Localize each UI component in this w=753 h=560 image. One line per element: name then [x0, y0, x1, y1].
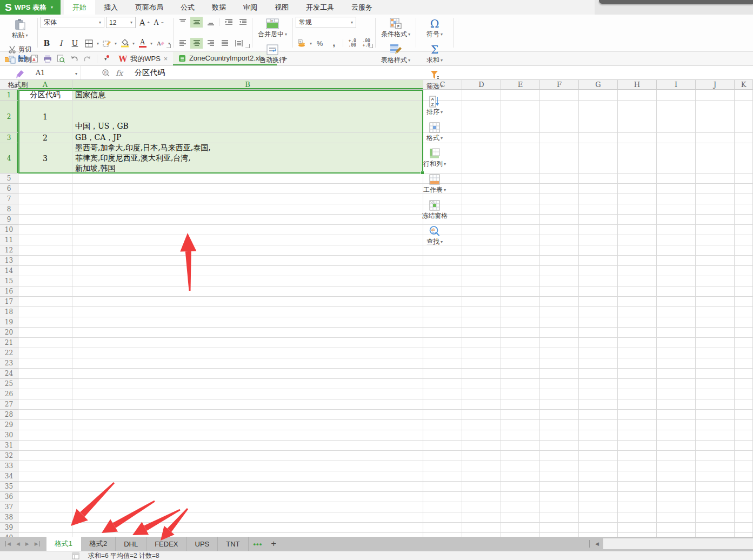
cell-I2[interactable]	[657, 101, 696, 133]
cell-K9[interactable]	[735, 215, 753, 225]
row-header-21[interactable]: 21	[0, 338, 18, 348]
cell-J31[interactable]	[696, 441, 735, 451]
cell-E9[interactable]	[501, 215, 540, 225]
cell-F3[interactable]	[540, 133, 579, 143]
cell-A31[interactable]	[18, 441, 72, 451]
cell-H6[interactable]	[618, 184, 657, 194]
decrease-indent-button[interactable]	[223, 17, 235, 28]
cell-H11[interactable]	[618, 235, 657, 245]
cell-D1[interactable]	[462, 90, 501, 101]
cell-H21[interactable]	[618, 338, 657, 348]
cell-D23[interactable]	[462, 358, 501, 369]
cell-D13[interactable]	[462, 256, 501, 266]
cell-J14[interactable]	[696, 266, 735, 276]
row-header-17[interactable]: 17	[0, 297, 18, 307]
cell-G36[interactable]	[579, 492, 618, 502]
cell-F37[interactable]	[540, 502, 579, 512]
row-header-22[interactable]: 22	[0, 348, 18, 358]
cell-A40[interactable]	[18, 533, 72, 537]
cell-E8[interactable]	[501, 204, 540, 215]
cell-I25[interactable]	[657, 379, 696, 389]
cell-H37[interactable]	[618, 502, 657, 512]
cell-G15[interactable]	[579, 276, 618, 286]
cell-D19[interactable]	[462, 317, 501, 328]
cell-B40[interactable]	[72, 533, 423, 537]
row-header-2[interactable]: 2	[0, 101, 18, 133]
cell-C34[interactable]	[423, 471, 462, 482]
row-header-13[interactable]: 13	[0, 256, 18, 266]
column-header-I[interactable]: I	[657, 80, 696, 90]
scroll-left-icon[interactable]: ◀	[595, 541, 599, 546]
cell-D5[interactable]	[462, 174, 501, 184]
row-header-12[interactable]: 12	[0, 245, 18, 256]
cell-C37[interactable]	[423, 502, 462, 512]
cell-E28[interactable]	[501, 410, 540, 420]
worksheet-button[interactable]: 工作表▾	[419, 172, 450, 196]
cell-C40[interactable]	[423, 533, 462, 537]
cell-J40[interactable]	[696, 533, 735, 537]
chevron-down-icon[interactable]: ▾	[97, 41, 99, 46]
cell-H3[interactable]	[618, 133, 657, 143]
cell-D31[interactable]	[462, 441, 501, 451]
print-preview-icon[interactable]	[57, 55, 65, 63]
cell-B9[interactable]	[72, 215, 423, 225]
cell-A34[interactable]	[18, 471, 72, 482]
symbol-button[interactable]: Ω 符号▾	[419, 17, 450, 41]
cell-B21[interactable]	[72, 338, 423, 348]
cell-G30[interactable]	[579, 430, 618, 441]
cell-J25[interactable]	[696, 379, 735, 389]
cell-K34[interactable]	[735, 471, 753, 482]
cell-A9[interactable]	[18, 215, 72, 225]
cell-G21[interactable]	[579, 338, 618, 348]
cell-F39[interactable]	[540, 523, 579, 533]
menu-item-公式[interactable]: 公式	[172, 0, 203, 15]
cell-D33[interactable]	[462, 461, 501, 471]
cell-J2[interactable]	[696, 101, 735, 133]
cell-K7[interactable]	[735, 194, 753, 204]
percent-button[interactable]: %	[314, 38, 326, 49]
cell-C29[interactable]	[423, 420, 462, 430]
cell-H32[interactable]	[618, 451, 657, 461]
cell-E39[interactable]	[501, 523, 540, 533]
cell-E30[interactable]	[501, 430, 540, 441]
cell-J29[interactable]	[696, 420, 735, 430]
cell-D21[interactable]	[462, 338, 501, 348]
selection-stats-icon[interactable]	[72, 552, 79, 559]
cell-I13[interactable]	[657, 256, 696, 266]
cell-D35[interactable]	[462, 482, 501, 492]
row-header-10[interactable]: 10	[0, 225, 18, 235]
cell-J15[interactable]	[696, 276, 735, 286]
cell-G38[interactable]	[579, 512, 618, 523]
cell-K15[interactable]	[735, 276, 753, 286]
cell-F7[interactable]	[540, 194, 579, 204]
cell-I15[interactable]	[657, 276, 696, 286]
cell-C20[interactable]	[423, 328, 462, 338]
cell-B26[interactable]	[72, 389, 423, 399]
row-header-37[interactable]: 37	[0, 502, 18, 512]
cell-A14[interactable]	[18, 266, 72, 276]
cell-B29[interactable]	[72, 420, 423, 430]
cell-E24[interactable]	[501, 369, 540, 379]
cell-B36[interactable]	[72, 492, 423, 502]
cell-I33[interactable]	[657, 461, 696, 471]
row-header-23[interactable]: 23	[0, 358, 18, 369]
cell-J20[interactable]	[696, 328, 735, 338]
format-button[interactable]: 格式▾	[419, 121, 450, 144]
cell-B22[interactable]	[72, 348, 423, 358]
cell-I28[interactable]	[657, 410, 696, 420]
number-group-expand-icon[interactable]	[369, 44, 373, 48]
cell-B38[interactable]	[72, 512, 423, 523]
cell-D17[interactable]	[462, 297, 501, 307]
cell-E34[interactable]	[501, 471, 540, 482]
row-header-3[interactable]: 3	[0, 133, 18, 143]
cell-G18[interactable]	[579, 307, 618, 317]
cell-E13[interactable]	[501, 256, 540, 266]
cell-K19[interactable]	[735, 317, 753, 328]
cell-I29[interactable]	[657, 420, 696, 430]
cell-J13[interactable]	[696, 256, 735, 266]
cell-B4[interactable]: 墨西哥,加拿大,印度,日本,马来西亚,泰国, 菲律宾,印度尼西亚,澳大利亚,台湾…	[72, 143, 423, 174]
cell-A3[interactable]: 2	[18, 133, 72, 143]
copy-button[interactable]: 复制	[6, 55, 33, 65]
menu-item-数据[interactable]: 数据	[203, 0, 235, 15]
cell-J36[interactable]	[696, 492, 735, 502]
